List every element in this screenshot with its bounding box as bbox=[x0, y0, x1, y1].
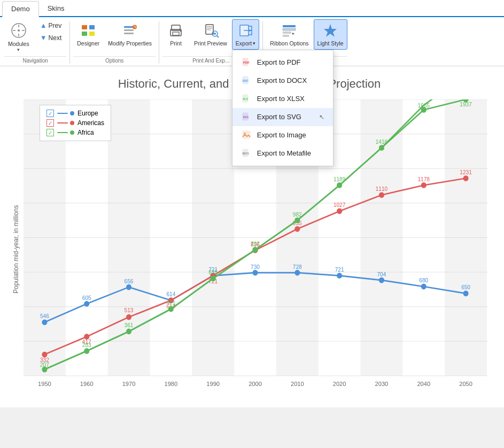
svg-text:✎: ✎ bbox=[134, 25, 137, 29]
export-metafile-item[interactable]: META Export to Metafile bbox=[232, 144, 333, 163]
svg-text:650: 650 bbox=[461, 284, 470, 290]
africa-dot-5 bbox=[252, 247, 258, 253]
svg-line-25 bbox=[217, 36, 219, 37]
americas-dot-10 bbox=[463, 175, 469, 181]
pdf-icon: PDF bbox=[241, 57, 252, 68]
cursor-icon: ↖ bbox=[319, 113, 324, 121]
svg-text:1960: 1960 bbox=[80, 381, 94, 387]
export-button-wrap: Export ▾ PDF Export to PDF bbox=[232, 19, 259, 50]
svg-text:1980: 1980 bbox=[165, 381, 178, 387]
sep2 bbox=[159, 21, 159, 64]
europe-dot-0 bbox=[42, 319, 47, 325]
export-label: Export ▾ bbox=[236, 40, 255, 47]
svg-text:656: 656 bbox=[125, 278, 134, 284]
svg-text:1231: 1231 bbox=[460, 169, 472, 175]
svg-text:1937: 1937 bbox=[460, 102, 472, 107]
svg-text:361: 361 bbox=[125, 322, 134, 328]
svg-text:1950: 1950 bbox=[38, 381, 51, 387]
svg-point-1 bbox=[18, 29, 20, 32]
svg-text:283: 283 bbox=[82, 342, 91, 348]
europe-dot-9 bbox=[421, 284, 427, 290]
export-pdf-item[interactable]: PDF Export to PDF bbox=[232, 53, 333, 72]
tab-demo[interactable]: Demo bbox=[2, 1, 39, 17]
print-preview-button[interactable]: Print Preview bbox=[190, 19, 231, 50]
navigation-group-label: Navigation bbox=[4, 56, 66, 66]
export-docx-label: Export to DOCX bbox=[257, 76, 307, 84]
export-svg-item[interactable]: SVG Export to SVG ↖ bbox=[232, 108, 333, 126]
svg-text:680: 680 bbox=[419, 277, 428, 283]
export-xlsx-item[interactable]: XLS Export to XLSX bbox=[232, 90, 333, 108]
ribbon: Modules ▾ ▲ Prev ▼ Next Navigation bbox=[0, 17, 504, 66]
svg-text:635: 635 bbox=[208, 269, 218, 275]
legend-americas-check[interactable]: ✓ bbox=[46, 119, 54, 127]
next-label: Next bbox=[49, 34, 62, 42]
europe-dot-7 bbox=[337, 273, 342, 279]
modify-icon: ✎ bbox=[121, 22, 138, 39]
legend-europe: ✓ Europe bbox=[46, 110, 104, 117]
image-icon bbox=[241, 130, 252, 141]
print-preview-label: Print Preview bbox=[194, 40, 227, 47]
svg-text:605: 605 bbox=[82, 295, 91, 300]
americas-dot-7 bbox=[337, 208, 342, 214]
print-label: Print bbox=[170, 40, 182, 47]
export-image-item[interactable]: Export to Image bbox=[232, 126, 333, 144]
legend-americas: ✓ Americas bbox=[46, 119, 104, 127]
y-axis-label: Population mid-year, in millions bbox=[11, 99, 21, 399]
legend-africa-label: Africa bbox=[77, 129, 94, 136]
svg-rect-11 bbox=[124, 29, 134, 31]
light-style-button[interactable]: Light Style bbox=[314, 19, 347, 50]
legend-europe-dot bbox=[70, 111, 74, 115]
ribbon-group-navigation: Modules ▾ ▲ Prev ▼ Next Navigation bbox=[4, 19, 66, 66]
export-svg-label: Export to SVG bbox=[257, 113, 301, 121]
europe-dot-10 bbox=[463, 291, 469, 297]
svg-icon: SVG bbox=[241, 112, 252, 122]
svg-text:2010: 2010 bbox=[291, 381, 304, 387]
svg-rect-18 bbox=[180, 30, 181, 32]
svg-text:546: 546 bbox=[40, 313, 49, 319]
modules-label: Modules bbox=[8, 41, 29, 47]
africa-dot-6 bbox=[294, 218, 300, 223]
africa-dot-7 bbox=[337, 182, 342, 188]
americas-dot-6 bbox=[294, 226, 300, 232]
svg-text:704: 704 bbox=[377, 271, 386, 277]
svg-text:1110: 1110 bbox=[376, 186, 388, 192]
svg-rect-7 bbox=[89, 25, 95, 29]
legend-africa: ✓ Africa bbox=[46, 129, 104, 136]
tab-skins[interactable]: Skins bbox=[39, 1, 73, 16]
legend-europe-line bbox=[57, 113, 68, 114]
designer-label: Designer bbox=[77, 40, 99, 47]
export-image-label: Export to Image bbox=[257, 131, 306, 139]
next-button[interactable]: ▼ Next bbox=[35, 32, 67, 44]
svg-text:2020: 2020 bbox=[333, 381, 346, 387]
americas-dot-9 bbox=[421, 182, 427, 188]
svg-text:728: 728 bbox=[293, 264, 302, 269]
ribbon-options-button[interactable]: Ribbon Options bbox=[266, 19, 312, 50]
export-docx-item[interactable]: DOC Export to DOCX bbox=[232, 72, 333, 90]
svg-rect-41 bbox=[283, 28, 296, 30]
svg-rect-20 bbox=[207, 26, 212, 27]
americas-dot-2 bbox=[126, 314, 131, 320]
svg-text:471: 471 bbox=[166, 300, 175, 306]
designer-button[interactable]: Designer bbox=[73, 19, 103, 50]
svg-rect-6 bbox=[82, 25, 87, 29]
legend-africa-dot bbox=[70, 130, 74, 135]
europe-dot-6 bbox=[294, 270, 300, 276]
svg-rect-10 bbox=[124, 26, 134, 28]
svg-text:1178: 1178 bbox=[418, 176, 430, 182]
svg-text:982: 982 bbox=[293, 211, 302, 217]
svg-text:DOC: DOC bbox=[243, 79, 249, 82]
legend-africa-line bbox=[57, 132, 68, 133]
tab-bar: Demo Skins bbox=[0, 0, 504, 17]
export-button[interactable]: Export ▾ bbox=[232, 19, 259, 50]
legend-europe-check[interactable]: ✓ bbox=[46, 110, 54, 117]
modules-button[interactable]: Modules ▾ bbox=[4, 19, 33, 55]
print-icon bbox=[167, 22, 184, 39]
ribbon-group-print: Print Print Preview bbox=[162, 19, 259, 66]
modify-properties-button[interactable]: ✎ Modify Properties bbox=[104, 19, 156, 50]
print-button[interactable]: Print bbox=[162, 19, 189, 50]
prev-label: Prev bbox=[49, 22, 62, 29]
svg-text:2000: 2000 bbox=[249, 381, 262, 387]
prev-button[interactable]: ▲ Prev bbox=[35, 19, 67, 32]
legend-africa-check[interactable]: ✓ bbox=[46, 129, 54, 136]
europe-dot-8 bbox=[379, 277, 384, 283]
